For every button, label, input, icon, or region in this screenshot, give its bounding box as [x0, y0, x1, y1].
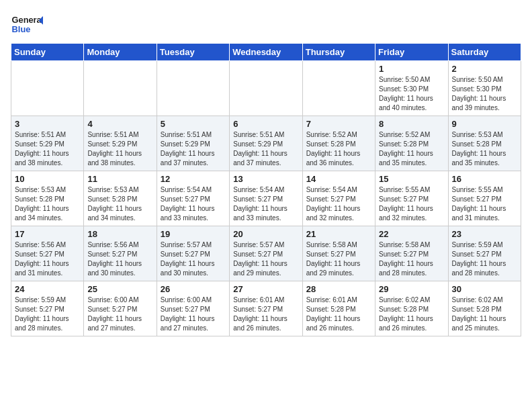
- day-info: Sunrise: 6:02 AM Sunset: 5:28 PM Dayligh…: [379, 295, 444, 333]
- day-info: Sunrise: 5:51 AM Sunset: 5:29 PM Dayligh…: [87, 130, 152, 168]
- svg-text:General: General: [12, 15, 43, 25]
- day-number: 13: [233, 174, 298, 184]
- day-info: Sunrise: 5:56 AM Sunset: 5:27 PM Dayligh…: [15, 240, 80, 278]
- day-number: 24: [15, 284, 80, 294]
- calendar-cell: [11, 61, 84, 116]
- calendar-cell: [302, 61, 375, 116]
- day-number: 4: [87, 119, 152, 129]
- calendar-cell: 26Sunrise: 6:00 AM Sunset: 5:27 PM Dayli…: [157, 281, 229, 336]
- logo: General Blue: [11, 11, 43, 38]
- calendar-cell: 1Sunrise: 5:50 AM Sunset: 5:30 PM Daylig…: [375, 61, 448, 116]
- weekday-header: Wednesday: [230, 44, 302, 61]
- calendar-cell: 9Sunrise: 5:53 AM Sunset: 5:28 PM Daylig…: [448, 116, 521, 171]
- logo-icon: General Blue: [11, 11, 43, 38]
- day-info: Sunrise: 5:59 AM Sunset: 5:27 PM Dayligh…: [15, 295, 80, 333]
- day-info: Sunrise: 5:53 AM Sunset: 5:28 PM Dayligh…: [15, 185, 80, 223]
- page-header: General Blue: [11, 11, 521, 38]
- day-info: Sunrise: 5:52 AM Sunset: 5:28 PM Dayligh…: [306, 130, 371, 168]
- day-number: 16: [452, 174, 517, 184]
- day-number: 14: [306, 174, 371, 184]
- calendar-cell: 24Sunrise: 5:59 AM Sunset: 5:27 PM Dayli…: [11, 281, 84, 336]
- day-number: 11: [87, 174, 152, 184]
- day-info: Sunrise: 5:57 AM Sunset: 5:27 PM Dayligh…: [233, 240, 298, 278]
- calendar-cell: 27Sunrise: 6:01 AM Sunset: 5:27 PM Dayli…: [230, 281, 302, 336]
- calendar-cell: 23Sunrise: 5:59 AM Sunset: 5:27 PM Dayli…: [448, 226, 521, 281]
- calendar-week-row: 10Sunrise: 5:53 AM Sunset: 5:28 PM Dayli…: [11, 171, 521, 226]
- day-info: Sunrise: 5:54 AM Sunset: 5:27 PM Dayligh…: [161, 185, 226, 223]
- day-number: 15: [379, 174, 444, 184]
- day-number: 30: [452, 284, 517, 294]
- calendar-cell: 6Sunrise: 5:51 AM Sunset: 5:29 PM Daylig…: [230, 116, 302, 171]
- day-info: Sunrise: 5:50 AM Sunset: 5:30 PM Dayligh…: [379, 75, 444, 113]
- day-info: Sunrise: 5:51 AM Sunset: 5:29 PM Dayligh…: [161, 130, 226, 168]
- day-number: 29: [379, 284, 444, 294]
- calendar-week-row: 17Sunrise: 5:56 AM Sunset: 5:27 PM Dayli…: [11, 226, 521, 281]
- calendar-cell: 17Sunrise: 5:56 AM Sunset: 5:27 PM Dayli…: [11, 226, 84, 281]
- day-number: 21: [306, 229, 371, 239]
- calendar-week-row: 24Sunrise: 5:59 AM Sunset: 5:27 PM Dayli…: [11, 281, 521, 336]
- calendar-cell: 22Sunrise: 5:58 AM Sunset: 5:27 PM Dayli…: [375, 226, 448, 281]
- day-number: 10: [15, 174, 80, 184]
- day-info: Sunrise: 5:58 AM Sunset: 5:27 PM Dayligh…: [379, 240, 444, 278]
- day-info: Sunrise: 5:51 AM Sunset: 5:29 PM Dayligh…: [233, 130, 298, 168]
- svg-text:Blue: Blue: [12, 24, 31, 34]
- day-number: 1: [379, 64, 444, 74]
- day-info: Sunrise: 5:53 AM Sunset: 5:28 PM Dayligh…: [87, 185, 152, 223]
- calendar-cell: [157, 61, 229, 116]
- calendar-week-row: 1Sunrise: 5:50 AM Sunset: 5:30 PM Daylig…: [11, 61, 521, 116]
- day-info: Sunrise: 5:52 AM Sunset: 5:28 PM Dayligh…: [379, 130, 444, 168]
- day-info: Sunrise: 5:54 AM Sunset: 5:27 PM Dayligh…: [233, 185, 298, 223]
- day-info: Sunrise: 5:51 AM Sunset: 5:29 PM Dayligh…: [15, 130, 80, 168]
- calendar-cell: 7Sunrise: 5:52 AM Sunset: 5:28 PM Daylig…: [302, 116, 375, 171]
- day-number: 12: [161, 174, 226, 184]
- calendar-cell: 5Sunrise: 5:51 AM Sunset: 5:29 PM Daylig…: [157, 116, 229, 171]
- calendar-week-row: 3Sunrise: 5:51 AM Sunset: 5:29 PM Daylig…: [11, 116, 521, 171]
- calendar-cell: 16Sunrise: 5:55 AM Sunset: 5:27 PM Dayli…: [448, 171, 521, 226]
- calendar-cell: 30Sunrise: 6:02 AM Sunset: 5:28 PM Dayli…: [448, 281, 521, 336]
- day-info: Sunrise: 6:01 AM Sunset: 5:28 PM Dayligh…: [306, 295, 371, 333]
- day-number: 25: [87, 284, 152, 294]
- day-info: Sunrise: 5:54 AM Sunset: 5:27 PM Dayligh…: [306, 185, 371, 223]
- day-number: 18: [87, 229, 152, 239]
- day-number: 7: [306, 119, 371, 129]
- calendar-cell: 19Sunrise: 5:57 AM Sunset: 5:27 PM Dayli…: [157, 226, 229, 281]
- day-info: Sunrise: 5:59 AM Sunset: 5:27 PM Dayligh…: [452, 240, 517, 278]
- calendar-cell: 12Sunrise: 5:54 AM Sunset: 5:27 PM Dayli…: [157, 171, 229, 226]
- weekday-header: Thursday: [302, 44, 375, 61]
- day-number: 5: [161, 119, 226, 129]
- day-info: Sunrise: 5:57 AM Sunset: 5:27 PM Dayligh…: [161, 240, 226, 278]
- day-number: 3: [15, 119, 80, 129]
- calendar-cell: 10Sunrise: 5:53 AM Sunset: 5:28 PM Dayli…: [11, 171, 84, 226]
- day-info: Sunrise: 5:55 AM Sunset: 5:27 PM Dayligh…: [379, 185, 444, 223]
- calendar-cell: 29Sunrise: 6:02 AM Sunset: 5:28 PM Dayli…: [375, 281, 448, 336]
- day-info: Sunrise: 5:50 AM Sunset: 5:30 PM Dayligh…: [452, 75, 517, 113]
- day-number: 27: [233, 284, 298, 294]
- calendar-cell: 4Sunrise: 5:51 AM Sunset: 5:29 PM Daylig…: [84, 116, 157, 171]
- calendar-table: SundayMondayTuesdayWednesdayThursdayFrid…: [11, 43, 521, 336]
- day-info: Sunrise: 5:55 AM Sunset: 5:27 PM Dayligh…: [452, 185, 517, 223]
- day-info: Sunrise: 6:00 AM Sunset: 5:27 PM Dayligh…: [87, 295, 152, 333]
- day-info: Sunrise: 6:02 AM Sunset: 5:28 PM Dayligh…: [452, 295, 517, 333]
- calendar-cell: 8Sunrise: 5:52 AM Sunset: 5:28 PM Daylig…: [375, 116, 448, 171]
- day-info: Sunrise: 5:53 AM Sunset: 5:28 PM Dayligh…: [452, 130, 517, 168]
- weekday-header: Friday: [375, 44, 448, 61]
- weekday-header: Sunday: [11, 44, 84, 61]
- calendar-cell: [84, 61, 157, 116]
- day-number: 20: [233, 229, 298, 239]
- calendar-cell: 20Sunrise: 5:57 AM Sunset: 5:27 PM Dayli…: [230, 226, 302, 281]
- calendar-cell: 25Sunrise: 6:00 AM Sunset: 5:27 PM Dayli…: [84, 281, 157, 336]
- day-number: 6: [233, 119, 298, 129]
- calendar-cell: 14Sunrise: 5:54 AM Sunset: 5:27 PM Dayli…: [302, 171, 375, 226]
- day-number: 26: [161, 284, 226, 294]
- day-info: Sunrise: 6:01 AM Sunset: 5:27 PM Dayligh…: [233, 295, 298, 333]
- calendar-cell: 3Sunrise: 5:51 AM Sunset: 5:29 PM Daylig…: [11, 116, 84, 171]
- calendar-cell: 18Sunrise: 5:56 AM Sunset: 5:27 PM Dayli…: [84, 226, 157, 281]
- day-number: 22: [379, 229, 444, 239]
- day-number: 23: [452, 229, 517, 239]
- calendar-cell: 28Sunrise: 6:01 AM Sunset: 5:28 PM Dayli…: [302, 281, 375, 336]
- calendar-cell: 13Sunrise: 5:54 AM Sunset: 5:27 PM Dayli…: [230, 171, 302, 226]
- weekday-header: Saturday: [448, 44, 521, 61]
- calendar-cell: [230, 61, 302, 116]
- day-number: 9: [452, 119, 517, 129]
- calendar-cell: 11Sunrise: 5:53 AM Sunset: 5:28 PM Dayli…: [84, 171, 157, 226]
